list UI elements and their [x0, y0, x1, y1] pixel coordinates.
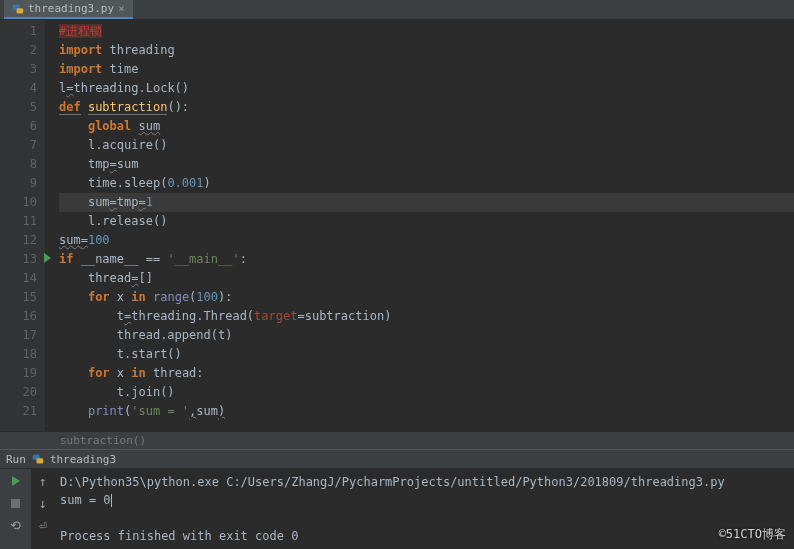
line-number: 7 — [0, 136, 37, 155]
run-tool-window: ⟲ ↑ ↓ ⏎ D:\Python35\python.exe C:/Users/… — [0, 469, 794, 549]
editor-tab-bar: threading3.py × — [0, 0, 794, 20]
line-number: 18 — [0, 345, 37, 364]
line-number: 21 — [0, 402, 37, 421]
stop-button[interactable] — [8, 495, 24, 511]
svg-rect-3 — [36, 458, 43, 463]
code-line: global sum — [59, 117, 794, 136]
code-line: time.sleep(0.001) — [59, 174, 794, 193]
code-line: print('sum = ',sum) — [59, 402, 794, 421]
code-area[interactable]: #进程锁 import threading import time l=thre… — [45, 20, 794, 431]
code-line: thread.append(t) — [59, 326, 794, 345]
tab-close-icon[interactable]: × — [118, 2, 125, 15]
line-number: 11 — [0, 212, 37, 231]
code-line: thread=[] — [59, 269, 794, 288]
line-number: 8 — [0, 155, 37, 174]
line-number: 4 — [0, 79, 37, 98]
run-config-name: threading3 — [50, 453, 116, 466]
code-line: l.acquire() — [59, 136, 794, 155]
line-number: 17 — [0, 326, 37, 345]
line-number: 5 — [0, 98, 37, 117]
console-blank — [60, 509, 788, 527]
breadcrumb[interactable]: subtraction() — [0, 431, 794, 449]
line-number: 13 — [0, 250, 37, 269]
console-cursor — [111, 494, 112, 507]
soft-wrap-icon[interactable]: ⏎ — [35, 517, 51, 533]
code-line: sum=100 — [59, 231, 794, 250]
code-line: for x in thread: — [59, 364, 794, 383]
line-number: 14 — [0, 269, 37, 288]
code-line: tmp=sum — [59, 155, 794, 174]
code-line: l=threading.Lock() — [59, 79, 794, 98]
tab-filename: threading3.py — [28, 2, 114, 15]
code-line: for x in range(100): — [59, 288, 794, 307]
line-number: 2 — [0, 41, 37, 60]
line-number-gutter: 1 2 3 4 5 6 7 8 9 10 11 12 13 14 15 16 1… — [0, 20, 45, 431]
code-editor[interactable]: 1 2 3 4 5 6 7 8 9 10 11 12 13 14 15 16 1… — [0, 20, 794, 431]
code-line: t=threading.Thread(target=subtraction) — [59, 307, 794, 326]
console-command: D:\Python35\python.exe C:/Users/ZhangJ/P… — [60, 473, 788, 491]
rerun-button[interactable] — [8, 473, 24, 489]
line-number: 12 — [0, 231, 37, 250]
line-number: 6 — [0, 117, 37, 136]
watermark: ©51CTO博客 — [719, 526, 786, 543]
console-exit-line: Process finished with exit code 0 — [60, 527, 788, 545]
python-file-icon — [32, 453, 44, 465]
run-label: Run — [6, 453, 26, 466]
line-number: 19 — [0, 364, 37, 383]
console-toolbar: ↑ ↓ ⏎ — [32, 469, 54, 549]
line-number: 10 — [0, 193, 37, 212]
editor-tab-threading3[interactable]: threading3.py × — [4, 0, 133, 19]
console-output-line: sum = 0 — [60, 491, 788, 509]
line-number: 3 — [0, 60, 37, 79]
svg-rect-1 — [17, 8, 24, 13]
code-line-active: sum=tmp=1 — [59, 193, 794, 212]
line-number: 9 — [0, 174, 37, 193]
line-number: 20 — [0, 383, 37, 402]
line-number: 15 — [0, 288, 37, 307]
code-line: t.join() — [59, 383, 794, 402]
restart-button[interactable]: ⟲ — [8, 517, 24, 533]
line-number: 16 — [0, 307, 37, 326]
line-number: 1 — [0, 22, 37, 41]
code-line: def subtraction(): — [59, 98, 794, 117]
code-line: if __name__ == '__main__': — [59, 250, 794, 269]
code-line: import time — [59, 60, 794, 79]
code-line: t.start() — [59, 345, 794, 364]
code-line: import threading — [59, 41, 794, 60]
run-tool-window-header[interactable]: Run threading3 — [0, 449, 794, 469]
scroll-up-icon[interactable]: ↑ — [35, 473, 51, 489]
code-line: #进程锁 — [59, 22, 794, 41]
code-line: l.release() — [59, 212, 794, 231]
console-output[interactable]: D:\Python35\python.exe C:/Users/ZhangJ/P… — [54, 469, 794, 549]
scroll-down-icon[interactable]: ↓ — [35, 495, 51, 511]
run-toolbar: ⟲ — [0, 469, 32, 549]
python-file-icon — [12, 3, 24, 15]
